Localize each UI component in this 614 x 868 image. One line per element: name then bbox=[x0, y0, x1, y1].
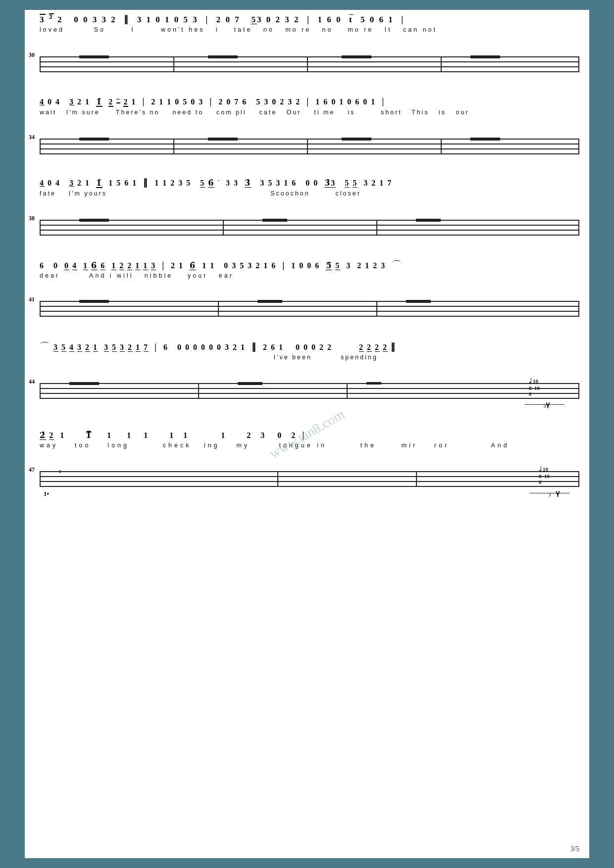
rest-2-4 bbox=[470, 138, 500, 141]
s5-l2 bbox=[40, 388, 579, 389]
staff-system-6: 47 ♩ 10 8 10 8 bbox=[40, 465, 579, 502]
s3-bl1 bbox=[40, 220, 41, 236]
lyrics-row-4: dear And i will nibble your ear bbox=[40, 272, 579, 280]
s3-bm1 bbox=[223, 220, 224, 236]
s4-rest1 bbox=[79, 300, 109, 303]
row-4: 6 0 0 4 1 6̄ 6 1 2 2 1 1 3 | 2 1 6̄ 1 1 … bbox=[40, 260, 579, 280]
row-2: 4 0 4 3 2 1 1̄ 2 ~ 2 1 | 2 1 1 0 5 0 3 |… bbox=[40, 96, 579, 116]
measure-number-47: 47 bbox=[29, 466, 35, 474]
staff-row-5: 44 ♩ 10 8 10 bbox=[40, 377, 579, 414]
bracket-3: 3 bbox=[525, 404, 564, 410]
rest-3 bbox=[342, 55, 371, 58]
staff-row-6: 47 ♩ 10 8 10 8 bbox=[40, 465, 579, 502]
s5-bl bbox=[40, 383, 41, 399]
staff-line-3b bbox=[40, 148, 579, 149]
s3-l1 bbox=[40, 220, 579, 221]
s6-rest-small bbox=[59, 470, 60, 473]
s5-rest3 bbox=[366, 382, 381, 385]
s6-bm2 bbox=[416, 471, 417, 487]
staff-line-2 bbox=[40, 61, 579, 62]
barline-right-1 bbox=[578, 56, 579, 72]
notation-row-3: 4 0 4 3 2 1 1̄ 1 5 6 1 ‖ 1 1 2 3 5 5 6̄ … bbox=[40, 178, 579, 188]
s5-bm1 bbox=[198, 383, 199, 399]
row-1: 3 2̃ 2 0 0 3 3 2 ‖ 3 1 0 1 0 5 3 | 2 0 7… bbox=[40, 15, 579, 34]
measure-number-44: 44 bbox=[29, 378, 35, 386]
staff-row-4: 41 bbox=[40, 295, 579, 326]
s4-l4 bbox=[40, 316, 579, 317]
barline-2-mid3 bbox=[441, 139, 442, 154]
rest-4 bbox=[470, 55, 500, 58]
s3-br bbox=[578, 220, 579, 236]
notation-row-5: ⌒ 3 5 4 3 2 1 3 5 3 2 1 7 | 6 0 0 0 0 0 … bbox=[40, 341, 579, 352]
barline-mid3 bbox=[441, 56, 442, 72]
staff-line-3 bbox=[40, 66, 579, 67]
lyrics-row-5: I've been spending bbox=[40, 354, 579, 361]
staff-system-5: 44 ♩ 10 8 10 bbox=[40, 377, 579, 414]
s3-rest2 bbox=[262, 219, 287, 222]
staff-system-4: 41 bbox=[40, 295, 579, 326]
s3-bm2 bbox=[376, 220, 377, 236]
measure-number-38: 38 bbox=[29, 215, 35, 222]
s3-rest3 bbox=[416, 219, 441, 222]
rest-2-1 bbox=[79, 138, 109, 141]
rest-1 bbox=[79, 55, 109, 58]
barline-mid2 bbox=[307, 56, 308, 72]
staff-row-2: 34 bbox=[40, 133, 579, 163]
staff-system-2: 34 bbox=[40, 133, 579, 163]
barline-right-2 bbox=[578, 139, 579, 154]
measure-number-30: 30 bbox=[29, 51, 35, 59]
s6-bm1 bbox=[277, 471, 278, 487]
chord-symbol-top: ♩ 10 8 10 8 bbox=[529, 377, 540, 397]
s4-l1 bbox=[40, 301, 579, 302]
measure-number-34: 34 bbox=[29, 134, 35, 141]
s5-rest2 bbox=[238, 382, 262, 385]
staff-line-4 bbox=[40, 71, 579, 72]
row-5: ⌒ 3 5 4 3 2 1 3 5 3 2 1 7 | 6 0 0 0 0 0 … bbox=[40, 341, 579, 361]
barline-left-1 bbox=[40, 56, 41, 72]
notation-row-6: 2̄ 2 1 ⌢ 1̄ 1 1 1 1 1 1 2 3 bbox=[40, 431, 579, 440]
s4-rest3 bbox=[406, 300, 431, 303]
lyrics-row-2: wait I'm sure There's no need to com pli… bbox=[40, 109, 579, 116]
s4-l3 bbox=[40, 311, 579, 312]
s6-br bbox=[578, 471, 579, 487]
s4-l2 bbox=[40, 306, 579, 307]
lyrics-row-1: loved So I won't hes i tate no mo re no … bbox=[40, 26, 579, 34]
row-6: 2̄ 2 1 ⌢ 1̄ 1 1 1 1 1 1 2 3 bbox=[40, 431, 579, 449]
s4-bl bbox=[40, 301, 41, 317]
barline-2-mid1 bbox=[173, 139, 174, 154]
staff-system-1: 30 bbox=[40, 50, 579, 81]
bracket-3-2: 3 bbox=[530, 493, 569, 499]
lyrics-row-3: fate I'm yours Scoochon closer bbox=[40, 190, 579, 197]
score-area: 3 2̃ 2 0 0 3 3 2 ‖ 3 1 0 1 0 5 3 | 2 0 7… bbox=[40, 15, 579, 843]
s3-l4 bbox=[40, 235, 579, 236]
rest-2 bbox=[208, 55, 238, 58]
measure-number-41: 41 bbox=[29, 296, 35, 303]
staff-row-3: 38 bbox=[40, 214, 579, 244]
notation-row-4: 6 0 0 4 1 6̄ 6 1 2 2 1 1 3 | 2 1 6̄ 1 1 … bbox=[40, 260, 579, 270]
chord-symbol-2: ♩ 10 8 10 8 bbox=[539, 465, 550, 485]
s3-l2 bbox=[40, 225, 579, 226]
notation-row-1: 3 2̃ 2 0 0 3 3 2 ‖ 3 1 0 1 0 5 3 | 2 0 7… bbox=[40, 15, 579, 24]
s6-l4 bbox=[40, 486, 579, 487]
s5-bm2 bbox=[347, 383, 348, 399]
barline-left-2 bbox=[40, 139, 41, 154]
s4-bm1 bbox=[218, 301, 219, 317]
barline-mid1 bbox=[173, 56, 174, 72]
notation-row-2: 4 0 4 3 2 1 1̄ 2 ~ 2 1 | 2 1 1 0 5 0 3 |… bbox=[40, 96, 579, 107]
s4-bm2 bbox=[376, 301, 377, 317]
s6-bl bbox=[40, 471, 41, 487]
row-3: 4 0 4 3 2 1 1̄ 1 5 6 1 ‖ 1 1 2 3 5 5 6̄ … bbox=[40, 178, 579, 197]
s3-l3 bbox=[40, 230, 579, 231]
s4-rest2 bbox=[257, 300, 282, 303]
s5-l1 bbox=[40, 383, 579, 384]
staff-line-4b bbox=[40, 153, 579, 154]
lyrics-row-6: way too long check ing my tongue in the … bbox=[40, 442, 579, 449]
staff-row-1: 30 bbox=[40, 50, 579, 81]
s5-rest1 bbox=[69, 382, 99, 385]
staff-line-2b bbox=[40, 144, 579, 145]
staff-system-3: 38 bbox=[40, 214, 579, 244]
s5-l4 bbox=[40, 398, 579, 399]
barline-2-mid2 bbox=[307, 139, 308, 154]
s6-l2 bbox=[40, 476, 579, 477]
rest-2-2 bbox=[208, 138, 238, 141]
